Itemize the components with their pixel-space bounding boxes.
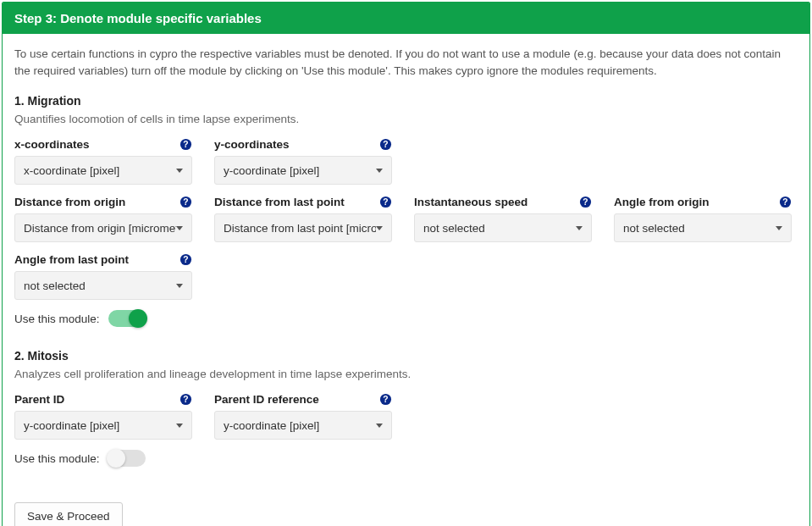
toggle-knob xyxy=(129,309,147,328)
help-icon[interactable]: ? xyxy=(378,137,392,151)
field-dist-last-label: Distance from last point xyxy=(214,196,345,208)
svg-text:?: ? xyxy=(183,395,188,404)
select-dist-last[interactable]: Distance from last point [micrometer] xyxy=(214,213,392,242)
module1-use-label: Use this module: xyxy=(14,313,100,325)
save-proceed-button[interactable]: Save & Proceed xyxy=(14,502,123,526)
svg-text:?: ? xyxy=(183,140,188,149)
module1-use-toggle[interactable] xyxy=(108,310,146,327)
field-angle-origin: Angle from origin ? not selected xyxy=(614,195,792,242)
help-icon[interactable]: ? xyxy=(578,195,592,208)
module1-desc: Quantifies locomotion of cells in time l… xyxy=(14,113,798,125)
select-parent-id[interactable]: y-coordinate [pixel] xyxy=(14,411,192,440)
module2-title: 2. Mitosis xyxy=(14,349,798,363)
step-panel: Step 3: Denote module specific variables… xyxy=(2,2,810,526)
help-icon[interactable]: ? xyxy=(179,252,192,266)
help-icon[interactable]: ? xyxy=(179,392,192,406)
field-angle-origin-label: Angle from origin xyxy=(614,196,710,208)
field-dist-origin: Distance from origin ? Distance from ori… xyxy=(14,195,192,242)
select-inst-speed[interactable]: not selected xyxy=(414,213,592,242)
field-parent-id-ref-label: Parent ID reference xyxy=(214,393,319,406)
svg-text:?: ? xyxy=(183,197,188,207)
module1-fields-row1: x-coordinates ? x-coordinate [pixel] y-c… xyxy=(14,137,798,185)
help-icon[interactable]: ? xyxy=(378,195,392,208)
help-icon[interactable]: ? xyxy=(778,195,792,208)
caret-down-icon xyxy=(576,226,583,230)
field-xcoord: x-coordinates ? x-coordinate [pixel] xyxy=(14,137,192,185)
field-dist-last: Distance from last point ? Distance from… xyxy=(214,195,392,242)
field-dist-origin-label: Distance from origin xyxy=(14,196,125,208)
svg-text:?: ? xyxy=(383,395,388,404)
panel-body: To use certain functions in cypro the re… xyxy=(3,34,809,526)
select-angle-last[interactable]: not selected xyxy=(14,271,192,300)
select-inst-speed-value: not selected xyxy=(423,222,576,235)
select-parent-id-ref[interactable]: y-coordinate [pixel] xyxy=(214,411,392,440)
select-dist-last-value: Distance from last point [micrometer] xyxy=(224,222,376,235)
svg-text:?: ? xyxy=(383,140,388,149)
field-inst-speed-label: Instantaneous speed xyxy=(414,196,528,208)
toggle-knob xyxy=(107,449,125,468)
select-parent-id-ref-value: y-coordinate [pixel] xyxy=(224,419,376,432)
panel-header: Step 3: Denote module specific variables xyxy=(3,3,809,34)
caret-down-icon xyxy=(176,424,183,428)
field-parent-id: Parent ID ? y-coordinate [pixel] xyxy=(14,392,192,440)
caret-down-icon xyxy=(376,226,383,230)
field-inst-speed: Instantaneous speed ? not selected xyxy=(414,195,592,242)
select-ycoord[interactable]: y-coordinate [pixel] xyxy=(214,156,392,185)
caret-down-icon xyxy=(376,424,383,428)
caret-down-icon xyxy=(776,226,782,230)
module2-toggle-row: Use this module: xyxy=(14,450,798,467)
module1-title: 1. Migration xyxy=(14,94,798,108)
caret-down-icon xyxy=(176,226,183,230)
field-xcoord-label: x-coordinates xyxy=(14,138,90,151)
svg-text:?: ? xyxy=(782,197,787,207)
panel-title: Step 3: Denote module specific variables xyxy=(14,11,262,25)
field-parent-id-label: Parent ID xyxy=(14,393,64,406)
module2-use-toggle[interactable] xyxy=(108,450,146,467)
select-angle-last-value: not selected xyxy=(24,280,176,292)
module1-toggle-row: Use this module: xyxy=(14,310,798,327)
svg-text:?: ? xyxy=(183,255,188,264)
module2-fields-row1: Parent ID ? y-coordinate [pixel] Parent … xyxy=(14,392,798,440)
module2-desc: Analyzes cell proliferation and lineage … xyxy=(14,368,798,380)
select-dist-origin[interactable]: Distance from origin [micrometer] xyxy=(14,213,192,242)
help-icon[interactable]: ? xyxy=(179,137,192,151)
select-xcoord-value: x-coordinate [pixel] xyxy=(24,164,176,177)
select-xcoord[interactable]: x-coordinate [pixel] xyxy=(14,156,192,185)
field-parent-id-ref: Parent ID reference ? y-coordinate [pixe… xyxy=(214,392,392,440)
field-angle-last-label: Angle from last point xyxy=(14,253,129,266)
field-angle-last: Angle from last point ? not selected xyxy=(14,252,192,300)
select-ycoord-value: y-coordinate [pixel] xyxy=(224,164,376,177)
caret-down-icon xyxy=(376,169,383,173)
module1-fields-row3: Angle from last point ? not selected xyxy=(14,252,798,300)
module1-fields-row2: Distance from origin ? Distance from ori… xyxy=(14,195,798,242)
field-ycoord: y-coordinates ? y-coordinate [pixel] xyxy=(214,137,392,185)
select-dist-origin-value: Distance from origin [micrometer] xyxy=(24,222,176,235)
caret-down-icon xyxy=(176,169,183,173)
svg-text:?: ? xyxy=(583,197,588,207)
select-angle-origin[interactable]: not selected xyxy=(614,213,792,242)
module2-use-label: Use this module: xyxy=(14,452,100,465)
field-ycoord-label: y-coordinates xyxy=(214,138,290,151)
svg-text:?: ? xyxy=(383,197,388,207)
caret-down-icon xyxy=(176,284,183,288)
intro-text: To use certain functions in cypro the re… xyxy=(14,46,798,79)
select-angle-origin-value: not selected xyxy=(623,222,776,235)
help-icon[interactable]: ? xyxy=(179,195,192,208)
select-parent-id-value: y-coordinate [pixel] xyxy=(24,419,176,432)
help-icon[interactable]: ? xyxy=(378,392,392,406)
